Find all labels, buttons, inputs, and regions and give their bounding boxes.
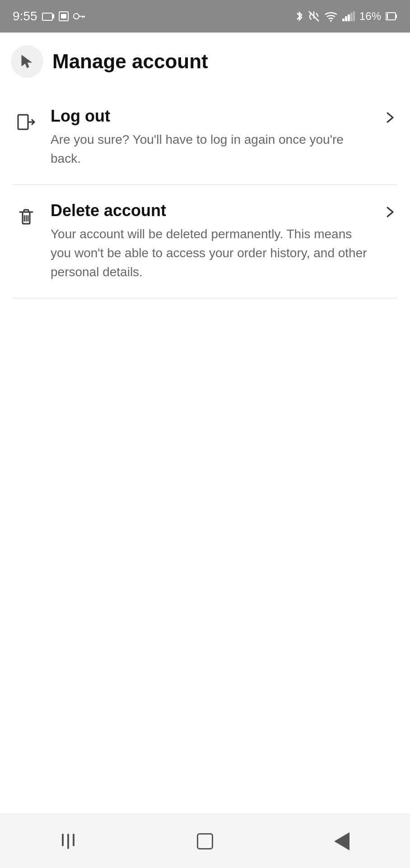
svg-rect-19 <box>18 115 28 129</box>
page-title: Manage account <box>52 50 208 73</box>
delete-content: Delete account Your account will be dele… <box>51 201 376 282</box>
logout-description: Are you sure? You'll have to log in agai… <box>51 130 376 168</box>
svg-rect-10 <box>342 19 345 21</box>
key-icon <box>73 12 85 20</box>
svg-rect-14 <box>353 11 355 21</box>
status-time: 9:55 <box>13 9 37 24</box>
battery-text: 16% <box>359 10 381 23</box>
svg-rect-3 <box>61 14 66 19</box>
home-icon <box>197 833 213 849</box>
chevron-right-icon <box>383 110 397 125</box>
bluetooth-icon <box>295 10 303 22</box>
logout-icon-container <box>13 108 40 136</box>
logout-content: Log out Are you sure? You'll have to log… <box>51 107 376 168</box>
svg-point-4 <box>74 14 79 19</box>
trash-icon <box>16 207 36 226</box>
content: Log out Are you sure? You'll have to log… <box>0 90 410 814</box>
svg-rect-12 <box>348 14 350 21</box>
sim-icon <box>58 11 69 21</box>
logout-icon <box>16 112 36 132</box>
home-button[interactable] <box>182 828 228 855</box>
status-right: 16% <box>295 10 397 23</box>
svg-point-9 <box>330 20 332 22</box>
signal-icon <box>342 11 355 21</box>
logout-title: Log out <box>51 107 376 126</box>
battery-icon <box>386 11 397 21</box>
delete-title: Delete account <box>51 201 376 220</box>
camera-icon <box>42 11 55 21</box>
recent-icon <box>62 834 75 849</box>
back-icon <box>19 53 35 70</box>
nav-bar <box>0 814 410 868</box>
header: Manage account <box>0 33 410 90</box>
system-back-button[interactable] <box>319 828 364 855</box>
status-bar: 9:55 <box>0 0 410 33</box>
wifi-icon <box>324 11 338 22</box>
logout-chevron <box>383 110 397 125</box>
svg-marker-18 <box>22 55 32 68</box>
delete-icon-container <box>13 203 40 230</box>
svg-rect-0 <box>42 13 52 20</box>
delete-account-item[interactable]: Delete account Your account will be dele… <box>0 185 410 298</box>
svg-rect-16 <box>396 14 397 18</box>
delete-description: Your account will be deleted permanently… <box>51 225 376 282</box>
divider-2 <box>13 298 397 298</box>
svg-rect-11 <box>345 16 347 21</box>
recent-apps-button[interactable] <box>46 828 91 855</box>
back-button[interactable] <box>11 45 43 78</box>
status-left: 9:55 <box>13 9 85 24</box>
mute-icon <box>308 10 320 22</box>
status-icons-left <box>42 11 85 21</box>
svg-rect-17 <box>387 14 388 19</box>
delete-chevron <box>383 205 397 219</box>
back-nav-icon <box>334 832 349 850</box>
chevron-right-icon-2 <box>383 205 397 219</box>
svg-rect-13 <box>350 13 353 21</box>
logout-item[interactable]: Log out Are you sure? You'll have to log… <box>0 90 410 184</box>
